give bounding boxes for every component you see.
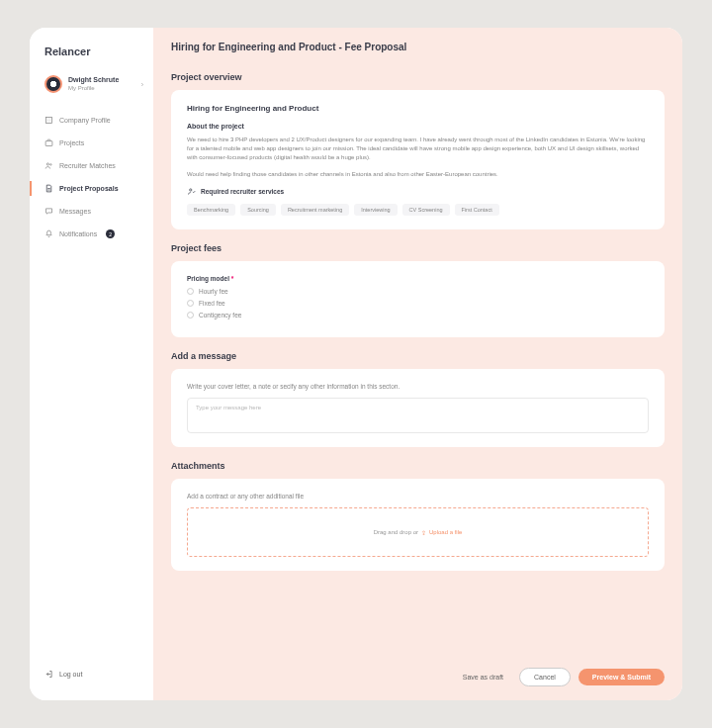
logout-icon (44, 670, 53, 679)
logout-button[interactable]: Log out (44, 670, 153, 682)
brand-logo: Relancer (44, 46, 153, 57)
sidebar-nav: Company Profile Projects Recruiter Match… (44, 109, 153, 245)
radio-icon (187, 300, 194, 307)
attachments-card: Add a contract or any other additional f… (171, 479, 665, 571)
about-p1: We need to hire 3 PHP developers and 2 U… (187, 136, 649, 162)
attachments-helper: Add a contract or any other additional f… (187, 493, 649, 500)
notification-badge: 2 (106, 229, 115, 238)
profile-link[interactable]: Dwight Schrute My Profile › (44, 75, 153, 93)
tag: Interviewing (354, 204, 397, 216)
req-services-label: Required recruiter services (201, 188, 284, 195)
nav-label: Company Profile (59, 117, 111, 124)
sidebar-item-messages[interactable]: Messages (44, 200, 153, 223)
radio-fixed[interactable]: Fixed fee (187, 300, 649, 307)
user-check-icon (187, 187, 196, 196)
tag: Benchmarking (187, 204, 235, 216)
svg-rect-1 (45, 141, 52, 146)
sidebar-item-notifications[interactable]: Notifications 2 (44, 223, 153, 245)
nav-label: Notifications (59, 230, 97, 237)
upload-icon: ⇪ (421, 529, 426, 536)
about-p2: Would need help finding those candidates… (187, 170, 649, 179)
action-bar: Save as draft Cancel Preview & Submit (171, 656, 665, 686)
message-heading: Add a message (171, 351, 665, 361)
message-card: Write your cover letter, a note or secif… (171, 369, 665, 447)
attachments-heading: Attachments (171, 461, 665, 471)
bell-icon (44, 229, 53, 238)
logout-label: Log out (59, 671, 82, 678)
building-icon (44, 116, 53, 125)
nav-label: Recruiter Matches (59, 162, 116, 169)
tag: CV Screening (402, 204, 450, 216)
radio-icon (187, 312, 194, 318)
pricing-label: Pricing model * (187, 275, 649, 282)
overview-card: Hiring for Engineering and Product About… (171, 90, 665, 229)
tag: Sourcing (240, 204, 276, 216)
briefcase-icon (44, 138, 53, 147)
about-label: About the project (187, 123, 649, 130)
overview-heading: Project overview (171, 72, 665, 82)
nav-label: Projects (59, 139, 84, 146)
sidebar-item-projects[interactable]: Projects (44, 132, 153, 154)
radio-hourly[interactable]: Hourly fee (187, 288, 649, 295)
tag: First Contact (455, 204, 499, 216)
fees-heading: Project fees (171, 243, 665, 253)
message-icon (44, 207, 53, 216)
fees-card: Pricing model * Hourly fee Fixed fee Con… (171, 261, 665, 337)
svg-point-2 (46, 163, 48, 165)
profile-name: Dwight Schrute (68, 76, 119, 84)
document-icon (44, 184, 53, 193)
svg-rect-0 (46, 118, 52, 124)
page-title: Hiring for Engineering and Product - Fee… (171, 42, 665, 52)
radio-contingency[interactable]: Contigency fee (187, 312, 649, 318)
message-input[interactable]: Type your message here (187, 398, 649, 433)
nav-label: Project Proposals (59, 185, 119, 192)
drop-prefix: Drag and drop or (374, 529, 418, 535)
radio-icon (187, 288, 194, 295)
tag: Recruitment marketing (281, 204, 349, 216)
preview-submit-button[interactable]: Preview & Submit (578, 669, 665, 685)
upload-link[interactable]: Upload a file (429, 529, 462, 535)
profile-sub: My Profile (68, 85, 119, 92)
sidebar-item-matches[interactable]: Recruiter Matches (44, 154, 153, 177)
file-dropzone[interactable]: Drag and drop or ⇪ Upload a file (187, 507, 649, 557)
svg-point-4 (190, 189, 192, 191)
message-helper: Write your cover letter, a note or secif… (187, 383, 649, 390)
nav-label: Messages (59, 208, 91, 215)
save-draft-button[interactable]: Save as draft (455, 669, 511, 685)
svg-point-3 (50, 164, 52, 166)
tag-list: Benchmarking Sourcing Recruitment market… (187, 204, 649, 216)
project-title: Hiring for Engineering and Product (187, 104, 649, 113)
chevron-right-icon: › (141, 81, 143, 88)
avatar (44, 75, 62, 93)
sidebar-item-proposals[interactable]: Project Proposals (44, 177, 153, 200)
cancel-button[interactable]: Cancel (519, 668, 571, 686)
sidebar-item-company[interactable]: Company Profile (44, 109, 153, 132)
users-icon (44, 161, 53, 170)
